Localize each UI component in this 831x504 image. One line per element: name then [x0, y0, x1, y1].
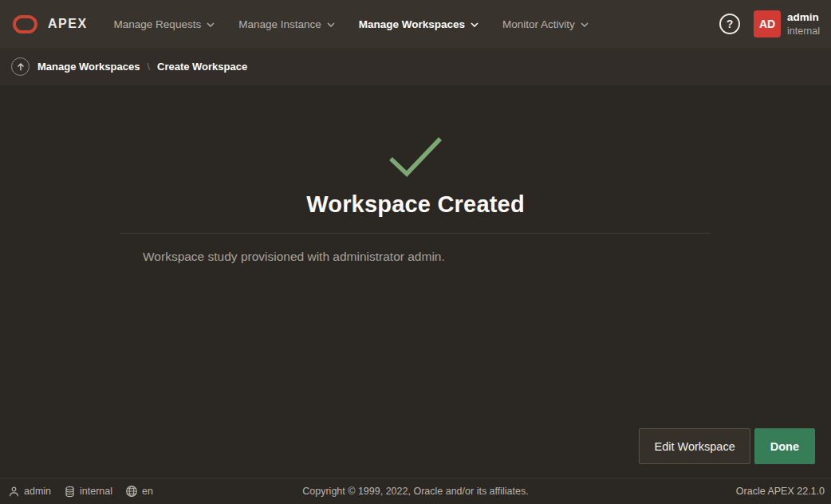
nav-manage-workspaces[interactable]: Manage Workspaces: [347, 0, 490, 48]
button-bar: Edit Workspace Done: [639, 428, 815, 464]
footer-version: Oracle APEX 22.1.0: [736, 486, 825, 497]
avatar[interactable]: AD: [754, 10, 781, 37]
chevron-down-icon: [581, 22, 589, 27]
page-title: Workspace Created: [120, 191, 711, 218]
up-arrow-icon[interactable]: [11, 57, 30, 76]
success-region: Workspace Created Workspace study provis…: [120, 85, 711, 264]
database-icon: [64, 486, 76, 498]
footer-user: admin: [8, 486, 51, 498]
breadcrumb: Manage Workspaces \ Create Workspace: [0, 48, 831, 85]
brand-name: APEX: [48, 17, 88, 31]
footer: admin internal en Copyright © 1999, 2022…: [0, 478, 831, 504]
brand-home-link[interactable]: APEX: [13, 15, 88, 33]
user-name: admin: [787, 10, 820, 25]
check-icon: [120, 135, 711, 178]
user-meta: admin internal: [787, 10, 823, 37]
person-icon: [8, 486, 20, 498]
main-content: Workspace Created Workspace study provis…: [0, 85, 831, 478]
oracle-logo-icon: [13, 15, 37, 33]
done-button[interactable]: Done: [754, 428, 815, 464]
breadcrumb-separator: \: [147, 61, 150, 73]
nav-label: Manage Workspaces: [359, 18, 465, 30]
globe-icon: [125, 485, 138, 498]
divider: [120, 233, 711, 234]
topbar-right: ? AD admin internal: [719, 10, 823, 37]
footer-language-label: en: [142, 486, 153, 497]
breadcrumb-parent[interactable]: Manage Workspaces: [37, 61, 140, 73]
apex-admin-window: APEX Manage Requests Manage Instance Man…: [0, 0, 831, 504]
footer-instance: internal: [64, 486, 112, 498]
nav-manage-requests[interactable]: Manage Requests: [102, 0, 227, 48]
footer-left: admin internal en: [8, 485, 166, 498]
top-nav-bar: APEX Manage Requests Manage Instance Man…: [0, 0, 831, 48]
chevron-down-icon: [327, 22, 335, 27]
chevron-down-icon: [207, 22, 215, 27]
footer-language: en: [125, 485, 153, 498]
nav-label: Monitor Activity: [502, 18, 575, 30]
chevron-down-icon: [471, 22, 479, 27]
nav-monitor-activity[interactable]: Monitor Activity: [490, 0, 601, 48]
nav-label: Manage Instance: [238, 18, 321, 30]
success-message: Workspace study provisioned with adminis…: [120, 250, 711, 264]
user-instance: internal: [787, 25, 820, 37]
edit-workspace-button[interactable]: Edit Workspace: [639, 428, 750, 464]
footer-user-label: admin: [24, 486, 51, 497]
main-nav: Manage Requests Manage Instance Manage W…: [102, 0, 601, 48]
nav-label: Manage Requests: [114, 18, 202, 30]
footer-instance-label: internal: [80, 486, 112, 497]
breadcrumb-current: Create Workspace: [157, 61, 247, 73]
nav-manage-instance[interactable]: Manage Instance: [226, 0, 347, 48]
help-icon[interactable]: ?: [719, 14, 740, 34]
